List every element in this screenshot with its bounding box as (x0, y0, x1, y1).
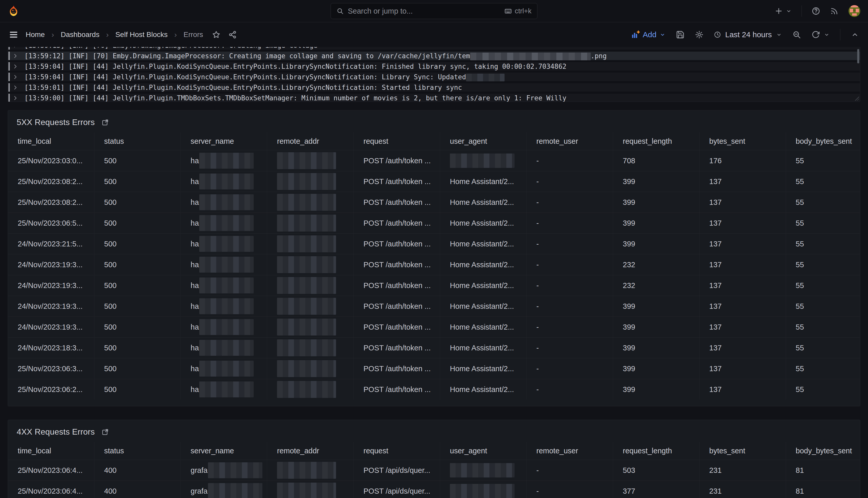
cell-remote-user: - (527, 171, 613, 192)
cell-remote-addr (267, 234, 354, 254)
column-header-server-name[interactable]: server_name (181, 442, 267, 460)
log-expand-icon[interactable] (12, 53, 19, 59)
cell-request-length: 708 (613, 150, 700, 171)
column-header-request[interactable]: request (354, 132, 440, 150)
cell-request: POST /auth/token ... (354, 317, 440, 337)
column-header-remote-addr[interactable]: remote_addr (267, 132, 354, 150)
log-expand-icon[interactable] (12, 47, 19, 49)
column-header-server-name[interactable]: server_name (181, 132, 267, 150)
user-avatar[interactable] (849, 5, 860, 17)
cell-bytes-sent: 137 (700, 171, 786, 192)
cell-server-name: ha (181, 296, 267, 316)
favorite-star-icon[interactable] (212, 30, 221, 39)
log-line[interactable]: [13:59:01] [INF] [44] Jellyfin.Plugin.Ko… (8, 82, 860, 93)
cell-status: 500 (94, 379, 181, 400)
column-header-user-agent[interactable]: user_agent (440, 132, 527, 150)
panel-resize-handle[interactable] (855, 96, 859, 101)
breadcrumb-item-home[interactable]: Home (26, 30, 45, 39)
table-row: 25/Nov/2023:08:2...500haPOST /auth/token… (8, 171, 860, 192)
breadcrumb-separator: › (174, 30, 177, 39)
refresh-button[interactable] (811, 30, 830, 39)
redacted-remote-addr (277, 360, 336, 377)
share-icon[interactable] (228, 30, 237, 39)
cell-status: 500 (94, 358, 181, 379)
column-header-body-bytes-sent[interactable]: body_bytes_sent (786, 442, 860, 460)
log-expand-icon[interactable] (12, 74, 19, 80)
grafana-logo[interactable] (8, 5, 19, 17)
cell-request: POST /auth/token ... (354, 379, 440, 400)
log-expand-icon[interactable] (12, 84, 19, 91)
cell-user-agent: Home Assistant/2... (440, 254, 527, 275)
search-input[interactable]: Search or jump to... ctrl+k (331, 3, 537, 19)
cell-body-bytes-sent: 55 (786, 338, 860, 358)
column-header-remote-addr[interactable]: remote_addr (267, 442, 354, 460)
cell-body-bytes-sent: 81 (786, 460, 860, 481)
column-header-time-local[interactable]: time_local (8, 442, 94, 460)
cell-remote-addr (267, 213, 354, 233)
cell-remote-addr (267, 296, 354, 316)
column-header-remote-user[interactable]: remote_user (527, 132, 613, 150)
cell-remote-user: - (527, 150, 613, 171)
server-name-prefix: ha (191, 385, 199, 394)
column-header-bytes-sent[interactable]: bytes_sent (700, 132, 786, 150)
redacted-remote-addr (277, 277, 336, 294)
column-header-user-agent[interactable]: user_agent (440, 442, 527, 460)
cell-server-name: ha (181, 338, 267, 358)
column-header-request-length[interactable]: request_length (613, 442, 700, 460)
cell-bytes-sent: 137 (700, 234, 786, 254)
server-name-prefix: grafa (191, 487, 207, 495)
table-row: 25/Nov/2023:08:2...500haPOST /auth/token… (8, 192, 860, 212)
redacted-user-agent (450, 484, 515, 498)
redacted-server-name (199, 298, 254, 314)
time-range-label: Last 24 hours (725, 30, 772, 39)
server-name-prefix: ha (191, 198, 199, 207)
log-text: [13:59:00] [INF] [44] Jellyfin.Plugin.TM… (24, 94, 566, 102)
panel-external-link-icon[interactable] (101, 428, 109, 436)
column-header-remote-user[interactable]: remote_user (527, 442, 613, 460)
column-header-body-bytes-sent[interactable]: body_bytes_sent (786, 132, 860, 150)
settings-gear-icon[interactable] (695, 30, 704, 39)
cell-request: POST /auth/token ... (354, 358, 440, 379)
save-dashboard-icon[interactable] (676, 30, 684, 39)
column-header-time-local[interactable]: time_local (8, 132, 94, 150)
redacted-remote-addr (277, 339, 336, 356)
cell-user-agent: Home Assistant/2... (440, 317, 527, 337)
cell-remote-addr (267, 358, 354, 379)
zoom-out-icon[interactable] (792, 30, 801, 39)
help-icon[interactable] (812, 7, 820, 15)
column-header-status[interactable]: status (94, 132, 181, 150)
time-range-picker[interactable]: Last 24 hours (714, 30, 782, 39)
chevron-down-icon (776, 31, 782, 38)
log-scrollbar-thumb[interactable] (857, 49, 859, 63)
chevron-down-icon (786, 8, 792, 14)
new-button[interactable] (774, 7, 792, 15)
server-name-prefix: ha (191, 365, 199, 373)
column-header-request[interactable]: request (354, 442, 440, 460)
table: time_localstatusserver_nameremote_addrre… (8, 132, 860, 400)
log-line[interactable]: [13:59:12] [INF] [70] Emby.Drawing.Image… (8, 51, 860, 61)
menu-toggle-icon[interactable] (9, 30, 18, 40)
log-expand-icon[interactable] (12, 63, 19, 70)
column-header-request-length[interactable]: request_length (613, 132, 700, 150)
log-expand-icon[interactable] (12, 95, 19, 101)
log-line[interactable]: [13:59:13] [INF] [70] Emby.Drawing.Image… (8, 47, 860, 51)
breadcrumb-item-dashboards[interactable]: Dashboards (61, 30, 99, 39)
panel-external-link-icon[interactable] (101, 119, 109, 126)
panel-header: 4XX Requests Errors (8, 420, 860, 442)
log-line[interactable]: [13:59:04] [INF] [44] Jellyfin.Plugin.Ko… (8, 71, 860, 82)
cell-request: POST /auth/token ... (354, 234, 440, 254)
news-rss-icon[interactable] (830, 7, 839, 15)
column-header-bytes-sent[interactable]: bytes_sent (700, 442, 786, 460)
log-line[interactable]: [13:59:00] [INF] [44] Jellyfin.Plugin.TM… (8, 93, 860, 102)
redacted-server-name (199, 361, 254, 377)
collapse-toolbar-icon[interactable] (851, 30, 859, 39)
cell-time-local: 24/Nov/2023:19:3... (8, 275, 94, 296)
log-line[interactable]: [13:59:04] [INF] [44] Jellyfin.Plugin.Ko… (8, 61, 860, 71)
panel-4xx-requests-errors: 4XX Requests Errorstime_localstatusserve… (8, 420, 860, 498)
cell-request-length: 232 (613, 254, 700, 275)
cell-status: 400 (94, 481, 181, 498)
column-header-status[interactable]: status (94, 442, 181, 460)
panel-header: 5XX Requests Errors (8, 110, 860, 132)
breadcrumb-item-self-host-blocks[interactable]: Self Host Blocks (116, 30, 168, 39)
add-panel-button[interactable]: Add (631, 30, 666, 39)
